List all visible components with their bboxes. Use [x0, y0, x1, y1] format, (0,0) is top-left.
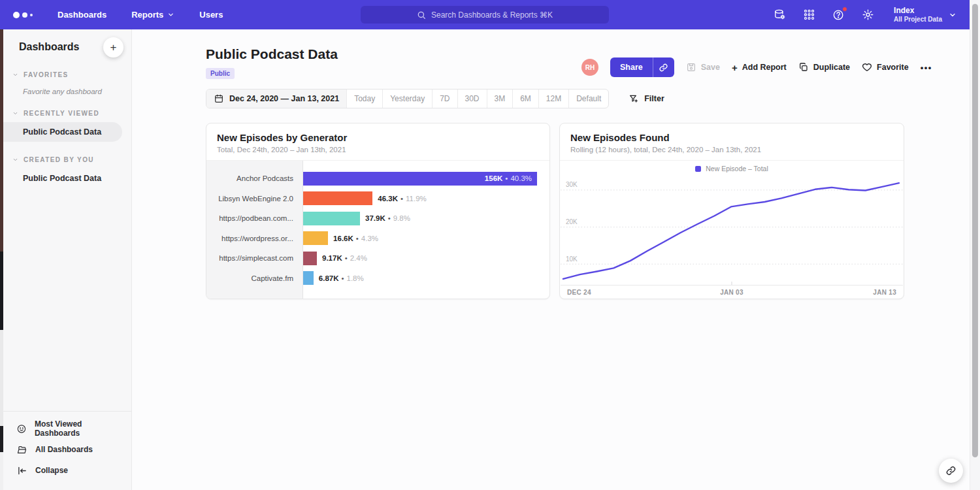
chevron-down-icon — [167, 11, 174, 18]
sidebar-empty-hint: Favorite any dashboard — [3, 78, 131, 95]
sidebar-section-header-favorites[interactable]: FAVORITES — [3, 71, 131, 78]
bar[interactable] — [303, 231, 328, 245]
heart-icon — [862, 62, 872, 73]
project-subtitle: All Project Data — [894, 16, 942, 24]
x-axis-label: JAN 03 — [720, 289, 743, 296]
avatar[interactable]: RH — [581, 59, 598, 76]
preset-3m[interactable]: 3M — [487, 90, 513, 108]
bar-value-label: 37.9K•9.8% — [365, 214, 410, 222]
apps-grid-icon[interactable] — [803, 8, 815, 21]
line-chart-card: New Episodes Found Rolling (12 hours), t… — [559, 123, 904, 299]
calendar-icon — [214, 93, 224, 104]
line-chart-subtitle: Rolling (12 hours), total, Dec 24th, 202… — [570, 146, 893, 154]
copy-link-fab[interactable] — [939, 459, 963, 483]
bar-category-label: https://podbean.com... — [206, 208, 302, 229]
folder-icon — [16, 444, 27, 455]
project-switcher[interactable]: Index All Project Data — [894, 6, 956, 24]
filter-icon — [629, 93, 639, 104]
sidebar-section: FAVORITESFavorite any dashboard — [3, 71, 131, 95]
more-options-button[interactable]: ••• — [921, 63, 932, 73]
app-root: DashboardsReportsUsers Search Dashboards… — [0, 0, 980, 490]
sidebar-section: CREATED BY YOUPublic Podcast Data — [3, 156, 131, 188]
settings-icon[interactable] — [862, 8, 874, 21]
bar[interactable] — [303, 252, 317, 265]
bar[interactable]: 156K•40.3% — [303, 172, 537, 186]
bar-row: 156K•40.3% — [303, 169, 549, 189]
all-dashboards-button[interactable]: All Dashboards — [11, 439, 123, 460]
page-title: Public Podcast Data — [206, 46, 338, 62]
preset-today[interactable]: Today — [346, 90, 382, 108]
line-chart: New Episode – Total 10K20K30K DEC 24JAN … — [560, 161, 904, 299]
page-scrollbar — [970, 0, 980, 490]
nav-item-dashboards[interactable]: Dashboards — [57, 10, 106, 20]
preset-12m[interactable]: 12M — [538, 90, 568, 108]
new-dashboard-button[interactable]: + — [103, 37, 123, 57]
scrollbar-thumb[interactable] — [972, 4, 978, 457]
preset-30d[interactable]: 30D — [457, 90, 487, 108]
plus-icon: + — [732, 63, 738, 73]
bar-chart-card: New Episodes by Generator Total, Dec 24t… — [206, 123, 550, 299]
line-chart-title: New Episodes Found — [570, 132, 893, 143]
link-icon — [659, 63, 668, 73]
project-name: Index — [894, 6, 942, 16]
sidebar-section: RECENTLY VIEWEDPublic Podcast Data — [3, 110, 131, 142]
duplicate-button[interactable]: Duplicate — [798, 62, 850, 73]
bar-row: 46.3K•11.9% — [303, 189, 549, 209]
data-sources-icon[interactable] — [774, 8, 786, 21]
bar-value-label: 9.17K•2.4% — [322, 254, 367, 262]
bar-chart-title: New Episodes by Generator — [217, 132, 539, 143]
notification-dot — [842, 7, 847, 12]
share-button[interactable]: Share — [610, 57, 653, 77]
bar-category-label: https://simplecast.com — [206, 248, 302, 269]
date-toolbar: Dec 24, 2020 — Jan 13, 2021 TodayYesterd… — [206, 89, 664, 108]
sidebar-item-public-podcast-data[interactable]: Public Podcast Data — [3, 122, 122, 142]
chart-legend: New Episode – Total — [560, 161, 904, 176]
primary-nav: DashboardsReportsUsers — [57, 10, 223, 20]
date-range-segmented-control: Dec 24, 2020 — Jan 13, 2021 TodayYesterd… — [206, 89, 609, 108]
line-plot-area: 10K20K30K — [561, 176, 903, 286]
chevron-down-icon — [12, 72, 18, 78]
x-axis-labels: DEC 24JAN 03JAN 13 — [560, 286, 904, 299]
preset-6m[interactable]: 6M — [512, 90, 538, 108]
sidebar-section-header-recently-viewed[interactable]: RECENTLY VIEWED — [3, 110, 131, 117]
bar-value-label: 6.87K•1.8% — [319, 274, 364, 282]
bar-value-label: 16.6K•4.3% — [333, 235, 378, 242]
preset-yesterday[interactable]: Yesterday — [382, 90, 432, 108]
bar[interactable] — [303, 191, 372, 205]
duplicate-icon — [798, 62, 809, 73]
most-viewed-dashboards-button[interactable]: Most Viewed Dashboards — [11, 418, 123, 439]
collapse-button[interactable]: Collapse — [11, 460, 123, 481]
sidebar-section-header-created-by-you[interactable]: CREATED BY YOU — [3, 156, 131, 163]
add-report-button[interactable]: + Add Report — [732, 63, 787, 73]
bar-row: 16.6K•4.3% — [303, 229, 549, 249]
desktop-edge — [0, 29, 3, 490]
date-range-button[interactable]: Dec 24, 2020 — Jan 13, 2021 — [206, 90, 346, 108]
filter-button[interactable]: Filter — [629, 93, 664, 104]
bar-row: 9.17K•2.4% — [303, 248, 549, 269]
app-logo-icon[interactable] — [13, 12, 33, 18]
bar-row: 6.87K•1.8% — [303, 269, 549, 289]
sidebar: Dashboards + FAVORITESFavorite any dashb… — [3, 29, 132, 490]
save-button[interactable]: Save — [686, 62, 720, 73]
nav-item-users[interactable]: Users — [199, 10, 223, 20]
chevron-down-icon — [12, 157, 18, 163]
preset-default[interactable]: Default — [568, 90, 608, 108]
smiley-icon — [16, 423, 27, 434]
legend-swatch — [695, 166, 701, 172]
favorite-button[interactable]: Favorite — [862, 62, 909, 73]
header-actions: RH Share Save + Add Report Duplicate — [581, 57, 932, 77]
sidebar-item-public-podcast-data[interactable]: Public Podcast Data — [3, 169, 122, 188]
bar-category-label: Captivate.fm — [206, 269, 302, 289]
bar[interactable] — [303, 212, 360, 225]
bar-chart: Anchor PodcastsLibsyn WebEngine 2.0https… — [206, 161, 549, 299]
search-input[interactable]: Search Dashboards & Reports ⌘K — [361, 6, 609, 24]
bar-value-label: 46.3K•11.9% — [378, 195, 426, 203]
bar[interactable] — [303, 271, 314, 285]
preset-7d[interactable]: 7D — [432, 90, 457, 108]
nav-item-reports[interactable]: Reports — [131, 10, 174, 20]
main-content: Public Podcast Data Public RH Share Save… — [132, 29, 970, 490]
help-icon[interactable] — [832, 8, 845, 21]
search-placeholder: Search Dashboards & Reports ⌘K — [431, 10, 553, 20]
legend-label: New Episode – Total — [706, 165, 768, 172]
share-link-button[interactable] — [653, 57, 674, 77]
